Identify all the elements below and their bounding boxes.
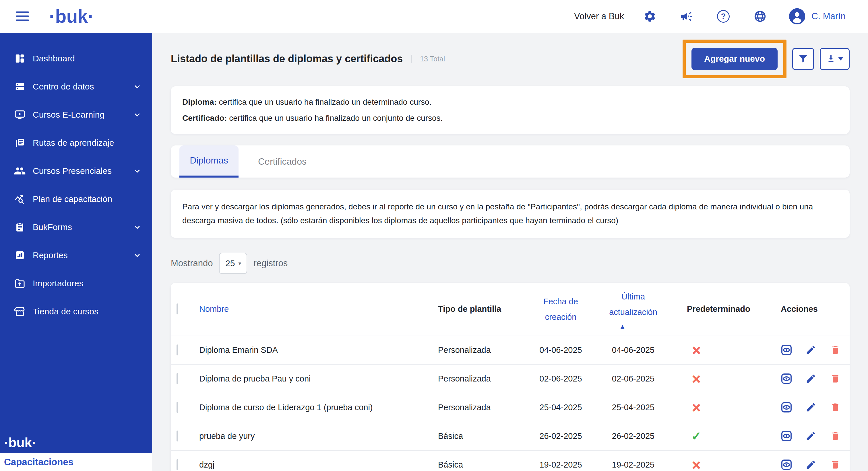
template-name: dzgj bbox=[199, 460, 214, 469]
user-avatar[interactable] bbox=[789, 8, 805, 24]
preview-button[interactable] bbox=[781, 402, 792, 413]
sidebar-item-tienda-de-cursos[interactable]: Tienda de cursos bbox=[0, 300, 152, 323]
template-type: Personalizada bbox=[438, 345, 491, 355]
learning-path-icon bbox=[14, 137, 26, 149]
preview-button[interactable] bbox=[781, 344, 792, 356]
row-checkbox[interactable] bbox=[177, 373, 178, 384]
edit-button[interactable] bbox=[805, 402, 817, 413]
created-date: 02-06-2025 bbox=[539, 374, 582, 383]
created-date: 26-02-2025 bbox=[539, 431, 582, 441]
preview-button[interactable] bbox=[781, 459, 792, 470]
page-title: Listado de plantillas de diplomas y cert… bbox=[171, 53, 403, 65]
edit-button[interactable] bbox=[805, 459, 817, 470]
preview-button[interactable] bbox=[781, 430, 792, 442]
sidebar-item-centro-de-datos[interactable]: Centro de datos bbox=[0, 75, 152, 98]
delete-button[interactable] bbox=[830, 373, 841, 384]
page-size-select[interactable]: 25 ▾ bbox=[219, 253, 247, 274]
chevron-down-icon bbox=[133, 82, 141, 91]
table-row: Diploma Emarin SDA Personalizada 04-06-2… bbox=[171, 336, 849, 364]
add-new-button[interactable]: Agregar nuevo bbox=[691, 48, 778, 70]
filter-button[interactable] bbox=[792, 48, 814, 70]
row-checkbox[interactable] bbox=[177, 402, 178, 413]
sidebar-item-importadores[interactable]: Importadores bbox=[0, 272, 152, 295]
download-button[interactable] bbox=[820, 48, 849, 70]
store-icon bbox=[14, 305, 26, 317]
sidebar-item-dashboard[interactable]: Dashboard bbox=[0, 47, 152, 70]
chevron-down-icon bbox=[133, 251, 141, 259]
help-icon[interactable]: ? bbox=[716, 9, 730, 23]
edit-button[interactable] bbox=[805, 344, 817, 356]
default-mark: × bbox=[690, 458, 703, 471]
clipboard-icon bbox=[14, 221, 26, 233]
edit-icon bbox=[805, 431, 816, 441]
sidebar-item-rutas-de-aprendizaje[interactable]: Rutas de aprendizaje bbox=[0, 132, 152, 154]
updated-date: 04-06-2025 bbox=[612, 345, 654, 355]
preview-icon bbox=[781, 430, 792, 442]
delete-button[interactable] bbox=[830, 430, 841, 442]
row-checkbox[interactable] bbox=[177, 344, 178, 356]
sidebar-item-reportes[interactable]: Reportes bbox=[0, 244, 152, 267]
default-mark: × bbox=[690, 343, 703, 357]
trash-icon bbox=[830, 345, 840, 355]
delete-button[interactable] bbox=[830, 459, 841, 470]
template-name: Diploma de prueba Pau y coni bbox=[199, 374, 311, 383]
template-type: Básica bbox=[438, 460, 463, 469]
download-icon bbox=[826, 54, 836, 64]
sidebar-item-cursos-elearning[interactable]: Cursos E-Learning bbox=[0, 104, 152, 126]
preview-button[interactable] bbox=[781, 373, 792, 384]
template-name: Diploma Emarin SDA bbox=[199, 345, 278, 355]
edit-icon bbox=[805, 459, 816, 470]
updated-date: 02-06-2025 bbox=[612, 374, 654, 383]
delete-button[interactable] bbox=[830, 402, 841, 413]
select-all-checkbox[interactable] bbox=[177, 303, 178, 314]
updated-date: 19-02-2025 bbox=[612, 460, 654, 469]
user-name[interactable]: C. Marín bbox=[811, 11, 846, 22]
preview-icon bbox=[781, 373, 792, 384]
total-count: 13 Total bbox=[411, 55, 445, 63]
sidebar-item-plan-de-capacitacion[interactable]: Plan de capacitación bbox=[0, 188, 152, 210]
delete-button[interactable] bbox=[830, 344, 841, 356]
created-date: 25-04-2025 bbox=[539, 403, 582, 412]
notice-box: Para ver y descargar los diplomas genera… bbox=[171, 190, 849, 238]
templates-table: Nombre Tipo de plantilla Fecha de creaci… bbox=[171, 283, 849, 471]
menu-icon[interactable] bbox=[16, 11, 29, 21]
gear-icon[interactable] bbox=[643, 9, 657, 23]
data-center-icon bbox=[14, 80, 26, 93]
updated-date: 26-02-2025 bbox=[612, 431, 654, 441]
edit-button[interactable] bbox=[805, 373, 817, 384]
bar-chart-icon bbox=[14, 249, 26, 261]
diploma-term: Diploma: bbox=[182, 98, 217, 106]
product-footer: Capacitaciones bbox=[0, 453, 152, 471]
column-header-fecha-creacion[interactable]: Fecha de creación bbox=[539, 294, 582, 325]
edit-button[interactable] bbox=[805, 430, 817, 442]
table-row: Diploma de curso de Liderazgo 1 (prueba … bbox=[171, 393, 849, 422]
template-name: Diploma de curso de Liderazgo 1 (prueba … bbox=[199, 403, 373, 412]
row-checkbox[interactable] bbox=[177, 459, 178, 470]
globe-icon[interactable] bbox=[753, 9, 767, 23]
megaphone-icon[interactable] bbox=[680, 9, 693, 23]
sidebar-item-bukforms[interactable]: BukForms bbox=[0, 216, 152, 238]
product-label: Capacitaciones bbox=[4, 457, 73, 468]
main-content: Listado de plantillas de diplomas y cert… bbox=[152, 33, 868, 471]
table-row: dzgj Básica 19-02-2025 19-02-2025 × bbox=[171, 450, 849, 471]
back-to-buk-link[interactable]: Volver a Buk bbox=[574, 11, 624, 22]
elearning-icon bbox=[14, 109, 26, 121]
definitions-box: Diploma: certifica que un usuario ha fin… bbox=[171, 86, 849, 134]
template-name: prueba de yury bbox=[199, 431, 255, 441]
tab-certificados[interactable]: Certificados bbox=[252, 145, 313, 177]
column-header-ultima-actualizacion[interactable]: Última actualización bbox=[603, 289, 663, 320]
tab-diplomas[interactable]: Diplomas bbox=[179, 145, 239, 177]
column-header-nombre[interactable]: Nombre bbox=[199, 304, 229, 313]
row-checkbox[interactable] bbox=[177, 431, 178, 441]
template-type: Básica bbox=[438, 431, 463, 441]
certificado-term: Certificado: bbox=[182, 113, 227, 123]
top-bar: ·buk· Volver a Buk ? C. Marín bbox=[0, 0, 868, 33]
chevron-down-icon bbox=[133, 167, 141, 175]
table-row: Diploma de prueba Pau y coni Personaliza… bbox=[171, 364, 849, 393]
notice-text: Para ver y descargar los diplomas genera… bbox=[182, 200, 838, 228]
created-date: 19-02-2025 bbox=[539, 460, 582, 469]
chevron-down-icon: ▾ bbox=[238, 260, 241, 267]
trash-icon bbox=[830, 460, 840, 470]
records-label: registros bbox=[253, 258, 288, 268]
sidebar-item-cursos-presenciales[interactable]: Cursos Presenciales bbox=[0, 160, 152, 182]
